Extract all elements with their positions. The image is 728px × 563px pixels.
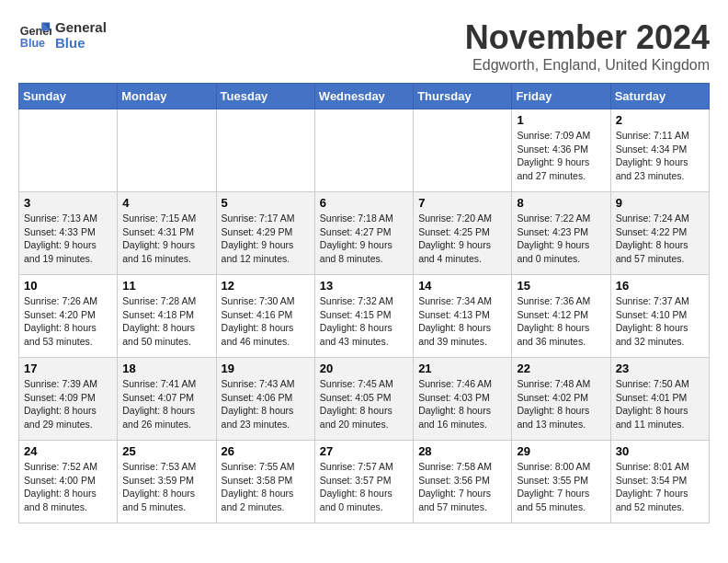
svg-text:Blue: Blue: [20, 37, 45, 50]
day-info: Sunrise: 7:36 AM Sunset: 4:12 PM Dayligh…: [517, 294, 605, 349]
day-number: 1: [517, 113, 605, 127]
day-number: 12: [222, 279, 310, 293]
calendar-cell: [414, 109, 512, 192]
day-info: Sunrise: 8:01 AM Sunset: 3:54 PM Dayligh…: [616, 460, 704, 514]
calendar-cell: 27Sunrise: 7:57 AM Sunset: 3:57 PM Dayli…: [314, 441, 413, 523]
calendar-cell: [216, 109, 314, 192]
day-number: 17: [24, 362, 112, 375]
day-info: Sunrise: 7:48 AM Sunset: 4:02 PM Dayligh…: [517, 377, 605, 431]
day-info: Sunrise: 7:30 AM Sunset: 4:16 PM Dayligh…: [222, 294, 310, 349]
calendar-cell: 20Sunrise: 7:45 AM Sunset: 4:05 PM Dayli…: [314, 358, 413, 441]
week-row-4: 17Sunrise: 7:39 AM Sunset: 4:09 PM Dayli…: [19, 358, 710, 441]
calendar-cell: 13Sunrise: 7:32 AM Sunset: 4:15 PM Dayli…: [314, 275, 413, 358]
calendar-cell: 4Sunrise: 7:15 AM Sunset: 4:31 PM Daylig…: [118, 192, 216, 275]
calendar-cell: 5Sunrise: 7:17 AM Sunset: 4:29 PM Daylig…: [216, 192, 314, 275]
day-info: Sunrise: 7:58 AM Sunset: 3:56 PM Dayligh…: [418, 460, 506, 514]
day-number: 5: [222, 196, 310, 210]
day-info: Sunrise: 7:09 AM Sunset: 4:36 PM Dayligh…: [517, 129, 605, 183]
logo-line2: Blue: [55, 35, 107, 51]
day-number: 20: [320, 362, 408, 375]
day-info: Sunrise: 7:53 AM Sunset: 3:59 PM Dayligh…: [122, 460, 210, 514]
day-number: 30: [616, 444, 704, 458]
day-info: Sunrise: 7:28 AM Sunset: 4:18 PM Dayligh…: [122, 294, 210, 349]
day-header-sunday: Sunday: [19, 84, 118, 109]
header-row: SundayMondayTuesdayWednesdayThursdayFrid…: [19, 84, 710, 109]
calendar-cell: 10Sunrise: 7:26 AM Sunset: 4:20 PM Dayli…: [19, 275, 118, 358]
day-info: Sunrise: 7:26 AM Sunset: 4:20 PM Dayligh…: [24, 294, 112, 349]
calendar-cell: 14Sunrise: 7:34 AM Sunset: 4:13 PM Dayli…: [414, 275, 512, 358]
calendar-cell: 9Sunrise: 7:24 AM Sunset: 4:22 PM Daylig…: [610, 192, 709, 275]
calendar-cell: 16Sunrise: 7:37 AM Sunset: 4:10 PM Dayli…: [610, 275, 709, 358]
calendar-cell: 25Sunrise: 7:53 AM Sunset: 3:59 PM Dayli…: [118, 441, 216, 523]
calendar-cell: 3Sunrise: 7:13 AM Sunset: 4:33 PM Daylig…: [19, 192, 118, 275]
day-info: Sunrise: 7:18 AM Sunset: 4:27 PM Dayligh…: [320, 212, 408, 266]
calendar-cell: 21Sunrise: 7:46 AM Sunset: 4:03 PM Dayli…: [414, 358, 512, 441]
calendar-cell: 23Sunrise: 7:50 AM Sunset: 4:01 PM Dayli…: [610, 358, 709, 441]
calendar-cell: 30Sunrise: 8:01 AM Sunset: 3:54 PM Dayli…: [610, 441, 709, 523]
calendar-cell: 11Sunrise: 7:28 AM Sunset: 4:18 PM Dayli…: [118, 275, 216, 358]
location: Edgworth, England, United Kingdom: [465, 57, 710, 74]
day-number: 15: [517, 279, 605, 293]
day-info: Sunrise: 7:52 AM Sunset: 4:00 PM Dayligh…: [24, 460, 112, 514]
day-header-thursday: Thursday: [414, 84, 512, 109]
calendar-cell: 12Sunrise: 7:30 AM Sunset: 4:16 PM Dayli…: [216, 275, 314, 358]
page-header: General Blue General Blue November 2024 …: [18, 18, 710, 74]
day-number: 4: [122, 196, 210, 210]
day-number: 24: [24, 444, 112, 458]
calendar-cell: 6Sunrise: 7:18 AM Sunset: 4:27 PM Daylig…: [314, 192, 413, 275]
logo: General Blue General Blue: [18, 18, 107, 52]
calendar-cell: 7Sunrise: 7:20 AM Sunset: 4:25 PM Daylig…: [414, 192, 512, 275]
day-info: Sunrise: 7:13 AM Sunset: 4:33 PM Dayligh…: [24, 212, 112, 266]
day-info: Sunrise: 7:41 AM Sunset: 4:07 PM Dayligh…: [122, 377, 210, 431]
calendar-cell: 29Sunrise: 8:00 AM Sunset: 3:55 PM Dayli…: [512, 441, 610, 523]
calendar: SundayMondayTuesdayWednesdayThursdayFrid…: [18, 83, 710, 523]
month-title: November 2024: [465, 18, 710, 57]
day-info: Sunrise: 7:34 AM Sunset: 4:13 PM Dayligh…: [418, 294, 506, 349]
day-header-monday: Monday: [118, 84, 216, 109]
day-number: 21: [418, 362, 506, 375]
day-header-friday: Friday: [512, 84, 610, 109]
calendar-cell: [314, 109, 413, 192]
calendar-cell: [118, 109, 216, 192]
day-number: 18: [122, 362, 210, 375]
day-number: 13: [320, 279, 408, 293]
week-row-2: 3Sunrise: 7:13 AM Sunset: 4:33 PM Daylig…: [19, 192, 710, 275]
day-info: Sunrise: 7:20 AM Sunset: 4:25 PM Dayligh…: [418, 212, 506, 266]
day-info: Sunrise: 7:22 AM Sunset: 4:23 PM Dayligh…: [517, 212, 605, 266]
day-number: 26: [222, 444, 310, 458]
day-info: Sunrise: 7:43 AM Sunset: 4:06 PM Dayligh…: [222, 377, 310, 431]
calendar-cell: 26Sunrise: 7:55 AM Sunset: 3:58 PM Dayli…: [216, 441, 314, 523]
day-info: Sunrise: 7:32 AM Sunset: 4:15 PM Dayligh…: [320, 294, 408, 349]
day-number: 19: [222, 362, 310, 375]
calendar-cell: 19Sunrise: 7:43 AM Sunset: 4:06 PM Dayli…: [216, 358, 314, 441]
day-number: 23: [616, 362, 704, 375]
day-number: 7: [418, 196, 506, 210]
day-info: Sunrise: 7:24 AM Sunset: 4:22 PM Dayligh…: [616, 212, 704, 266]
day-header-saturday: Saturday: [610, 84, 709, 109]
week-row-1: 1Sunrise: 7:09 AM Sunset: 4:36 PM Daylig…: [19, 109, 710, 192]
day-number: 8: [517, 196, 605, 210]
day-number: 28: [418, 444, 506, 458]
calendar-cell: 28Sunrise: 7:58 AM Sunset: 3:56 PM Dayli…: [414, 441, 512, 523]
day-info: Sunrise: 7:37 AM Sunset: 4:10 PM Dayligh…: [616, 294, 704, 349]
day-number: 10: [24, 279, 112, 293]
day-info: Sunrise: 7:55 AM Sunset: 3:58 PM Dayligh…: [222, 460, 310, 514]
day-number: 14: [418, 279, 506, 293]
calendar-cell: 1Sunrise: 7:09 AM Sunset: 4:36 PM Daylig…: [512, 109, 610, 192]
day-header-tuesday: Tuesday: [216, 84, 314, 109]
day-number: 6: [320, 196, 408, 210]
day-number: 11: [122, 279, 210, 293]
day-header-wednesday: Wednesday: [314, 84, 413, 109]
day-number: 9: [616, 196, 704, 210]
day-number: 29: [517, 444, 605, 458]
day-info: Sunrise: 7:50 AM Sunset: 4:01 PM Dayligh…: [616, 377, 704, 431]
day-info: Sunrise: 7:57 AM Sunset: 3:57 PM Dayligh…: [320, 460, 408, 514]
day-info: Sunrise: 8:00 AM Sunset: 3:55 PM Dayligh…: [517, 460, 605, 514]
day-number: 3: [24, 196, 112, 210]
calendar-cell: 15Sunrise: 7:36 AM Sunset: 4:12 PM Dayli…: [512, 275, 610, 358]
calendar-cell: 2Sunrise: 7:11 AM Sunset: 4:34 PM Daylig…: [610, 109, 709, 192]
calendar-cell: 24Sunrise: 7:52 AM Sunset: 4:00 PM Dayli…: [19, 441, 118, 523]
day-info: Sunrise: 7:17 AM Sunset: 4:29 PM Dayligh…: [222, 212, 310, 266]
calendar-cell: 22Sunrise: 7:48 AM Sunset: 4:02 PM Dayli…: [512, 358, 610, 441]
day-info: Sunrise: 7:46 AM Sunset: 4:03 PM Dayligh…: [418, 377, 506, 431]
